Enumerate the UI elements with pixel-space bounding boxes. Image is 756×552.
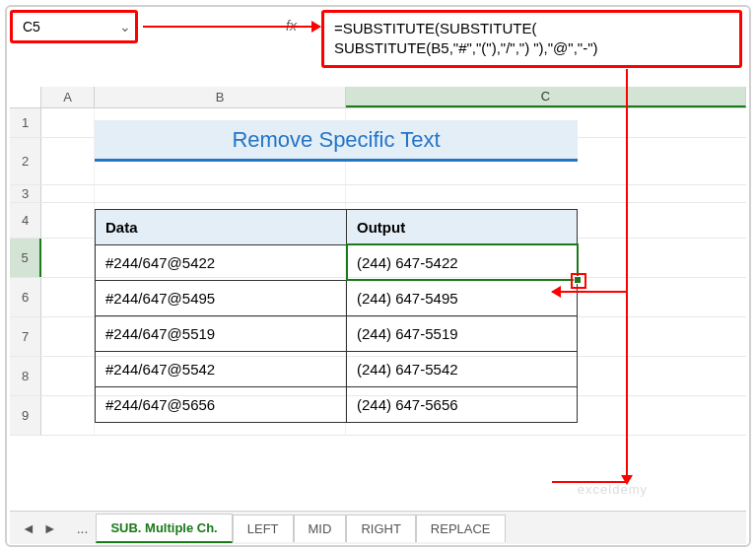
- tab-overflow[interactable]: ...: [69, 520, 97, 536]
- title-cell: Remove Specific Text: [95, 120, 578, 162]
- name-box[interactable]: [15, 14, 113, 39]
- table-row: #244/647@5422(244) 647-5422: [95, 245, 578, 281]
- row-header[interactable]: 3: [10, 185, 41, 202]
- name-box-container[interactable]: ⌄: [10, 10, 138, 43]
- table-row: #244/647@5519(244) 647-5519: [95, 316, 578, 352]
- formula-line-2: SUBSTITUTE(B5,"#","("),"/",") "),"@","-"…: [334, 38, 729, 58]
- row-header[interactable]: 4: [10, 203, 41, 238]
- row-header[interactable]: 8: [10, 357, 41, 395]
- row-header[interactable]: 6: [10, 278, 41, 316]
- table-row: #244/647@5656(244) 647-5656: [95, 387, 578, 423]
- data-table: Data Output #244/647@5422(244) 647-5422 …: [95, 209, 578, 423]
- spreadsheet-grid[interactable]: A B C 1 2 3 4 5 6 7 8 9 Remove Specific …: [10, 87, 746, 509]
- col-header-b[interactable]: B: [95, 87, 346, 107]
- tab-mid[interactable]: MID: [294, 515, 347, 542]
- formula-bar[interactable]: =SUBSTITUTE(SUBSTITUTE( SUBSTITUTE(B5,"#…: [321, 10, 742, 68]
- header-output: Output: [347, 210, 577, 244]
- tab-right[interactable]: RIGHT: [346, 515, 415, 542]
- formula-line-1: =SUBSTITUTE(SUBSTITUTE(: [334, 19, 729, 38]
- col-header-c[interactable]: C: [346, 87, 746, 107]
- tab-replace[interactable]: REPLACE: [416, 515, 506, 542]
- tab-left[interactable]: LEFT: [233, 515, 294, 542]
- row-header[interactable]: 7: [10, 317, 41, 356]
- tab-nav-next-icon[interactable]: ►: [43, 520, 57, 536]
- sheet-tabs-bar: ◄ ► ... SUB. Multiple Ch. LEFT MID RIGHT…: [10, 511, 746, 544]
- table-row: #244/647@5495(244) 647-5495: [95, 281, 578, 316]
- annotation-arrow-branch-1: [552, 291, 628, 293]
- chevron-down-icon[interactable]: ⌄: [113, 19, 137, 34]
- tab-nav-prev-icon[interactable]: ◄: [22, 520, 35, 536]
- row-header[interactable]: 2: [10, 138, 41, 184]
- col-header-a[interactable]: A: [41, 87, 95, 107]
- annotation-arrow-vertical: [626, 69, 628, 481]
- tab-sub-multiple[interactable]: SUB. Multiple Ch.: [96, 514, 232, 543]
- row-header[interactable]: 5: [10, 239, 41, 277]
- watermark: exceldemy: [578, 482, 648, 497]
- row-header[interactable]: 9: [10, 396, 41, 435]
- annotation-arrow-horizontal: [143, 26, 320, 28]
- select-all-corner[interactable]: [10, 87, 41, 107]
- table-row: #244/647@5542(244) 647-5542: [95, 352, 578, 387]
- header-data: Data: [96, 210, 347, 244]
- row-header[interactable]: 1: [10, 108, 41, 137]
